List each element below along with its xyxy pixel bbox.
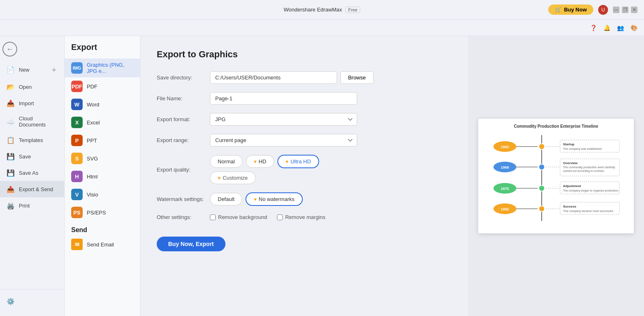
sidebar-item-export[interactable]: 📤 Export & Send [0, 181, 64, 197]
close-button[interactable]: ✕ [631, 7, 637, 13]
export-item-graphics[interactable]: IMG Graphics (PNG, JPG e... [65, 59, 140, 77]
email-icon: ✉ [71, 239, 83, 250]
print-icon: 🖨️ [7, 201, 15, 210]
quality-normal-button[interactable]: Normal [210, 155, 243, 168]
export-form: Export to Graphics Save directory: Brows… [140, 36, 468, 316]
export-item-svg[interactable]: S SVG [65, 149, 140, 167]
svg-text:The company was established.: The company was established. [563, 147, 602, 151]
cloud-icon: ☁️ [7, 117, 15, 126]
sidebar: ← 📄 New ＋ 📂 Open 📥 Import ☁️ Cloud Docum… [0, 36, 65, 316]
user-avatar[interactable]: U [598, 5, 608, 15]
sidebar-item-save[interactable]: 💾 Save [0, 148, 64, 165]
watermark-buttons: Default ♥ No watermarks [210, 192, 374, 206]
svg-text:1982: 1982 [501, 207, 509, 211]
restore-button[interactable]: ❐ [622, 7, 628, 13]
svg-point-12 [539, 164, 545, 170]
topbar-center: Wondershare EdrawMax Free [284, 7, 360, 13]
timeline-preview-svg: Commodity Production Enterprise Timeline… [478, 119, 634, 233]
file-name-input[interactable] [210, 92, 357, 105]
quality-ultrahd-button[interactable]: ♥ Ultra HD [277, 155, 319, 168]
app-title: Wondershare EdrawMax [284, 7, 342, 13]
sidebar-item-cloud[interactable]: ☁️ Cloud Documents [0, 111, 64, 132]
sidebar-item-print[interactable]: 🖨️ Print [0, 197, 64, 214]
watermark-no-button[interactable]: ♥ No watermarks [245, 192, 303, 206]
remove-margins-label[interactable]: Remove margins [277, 214, 325, 220]
export-item-html[interactable]: H Html [65, 167, 140, 185]
settings-icon: ⚙️ [7, 297, 15, 305]
remove-background-label[interactable]: Remove background [210, 214, 267, 220]
visio-icon: V [71, 189, 83, 200]
svg-text:Overview: Overview [563, 161, 578, 165]
svg-text:1962: 1962 [501, 145, 509, 149]
other-settings-control: Remove background Remove margins [210, 214, 374, 220]
help-icon[interactable]: ❓ [590, 25, 597, 31]
community-icon[interactable]: 👥 [617, 25, 624, 31]
export-range-select[interactable]: Current page All pages Selected [210, 134, 357, 147]
export-format-select[interactable]: JPG PNG BMP GIF TIFF SVG [210, 113, 357, 126]
svg-text:1975: 1975 [501, 187, 509, 191]
export-item-pdf[interactable]: PDF PDF [65, 77, 140, 95]
sidebar-item-new[interactable]: 📄 New ＋ [0, 61, 64, 79]
preview-card: Commodity Production Enterprise Timeline… [478, 119, 634, 233]
back-button[interactable]: ← [0, 39, 20, 59]
watermark-default-button[interactable]: Default [210, 193, 242, 205]
pseps-icon: PS [71, 207, 83, 218]
watermark-label: Watermark settings: [157, 196, 210, 202]
file-name-label: File Name: [157, 95, 210, 102]
free-badge: Free [345, 7, 360, 13]
export-format-panel: Export IMG Graphics (PNG, JPG e... PDF P… [65, 36, 140, 316]
watermark-control: Default ♥ No watermarks [210, 192, 374, 206]
open-icon: 📂 [7, 83, 15, 91]
save-directory-input[interactable] [210, 71, 337, 84]
quality-hd-button[interactable]: ♥ HD [246, 155, 274, 168]
new-icon: 📄 [7, 65, 15, 74]
save-icon: 💾 [7, 152, 15, 160]
sidebar-item-import[interactable]: 📥 Import [0, 95, 64, 111]
remove-background-checkbox[interactable] [210, 214, 216, 220]
customize-button[interactable]: ♥ Customize [210, 172, 256, 184]
window-controls: — ❐ ✕ [613, 7, 637, 13]
export-format-row: Export format: JPG PNG BMP GIF TIFF SVG [157, 113, 452, 126]
export-item-pseps[interactable]: PS PS/EPS [65, 203, 140, 221]
browse-button[interactable]: Browse [340, 71, 374, 84]
topbar: Wondershare EdrawMax Free 🛒 Buy Now U — … [0, 0, 644, 20]
minimize-button[interactable]: — [613, 7, 619, 13]
plus-icon: ＋ [50, 65, 58, 74]
other-checkboxes: Remove background Remove margins [210, 214, 374, 220]
svg-icon: S [71, 153, 83, 164]
export-item-excel[interactable]: X Excel [65, 113, 140, 131]
notification-icon[interactable]: 🔔 [603, 25, 610, 31]
export-item-email[interactable]: ✉ Send Email [65, 235, 140, 253]
watermark-crown-icon: ♥ [254, 196, 257, 202]
theme-icon[interactable]: 🎨 [630, 25, 637, 31]
sidebar-item-settings[interactable]: ⚙️ [0, 293, 64, 309]
export-item-word[interactable]: W Word [65, 95, 140, 113]
remove-margins-checkbox[interactable] [277, 214, 283, 220]
sidebar-item-open[interactable]: 📂 Open [0, 79, 64, 95]
templates-icon: 📋 [7, 136, 15, 144]
export-item-ppt[interactable]: P PPT [65, 131, 140, 149]
buy-now-button[interactable]: 🛒 Buy Now [548, 5, 593, 15]
export-range-control: Current page All pages Selected [210, 134, 374, 147]
sidebar-item-templates[interactable]: 📋 Templates [0, 132, 64, 148]
customize-crown-icon: ♥ [218, 175, 221, 181]
export-quality-row: Export quality: Normal ♥ HD ♥ Ultra HD ♥ [157, 155, 452, 184]
svg-text:The company began to organize : The company began to organize production… [563, 189, 619, 192]
excel-icon: X [71, 117, 83, 128]
svg-text:carried out according to contr: carried out according to contract. [563, 169, 605, 173]
export-icon: 📤 [7, 185, 15, 193]
timeline-title: Commodity Production Enterprise Timeline [514, 124, 598, 129]
svg-rect-31 [560, 202, 619, 214]
export-item-visio[interactable]: V Visio [65, 185, 140, 203]
export-button[interactable]: Buy Now, Export [157, 237, 225, 251]
export-range-label: Export range: [157, 137, 210, 143]
save-as-icon: 💾 [7, 169, 15, 177]
export-quality-control: Normal ♥ HD ♥ Ultra HD ♥ Customize [210, 155, 374, 184]
sidebar-item-save-as[interactable]: 💾 Save As [0, 165, 64, 181]
html-icon: H [71, 171, 83, 182]
svg-point-4 [539, 144, 545, 149]
ultrahd-crown-icon: ♥ [286, 159, 288, 165]
svg-text:Startup: Startup [563, 142, 574, 146]
svg-text:This company became most succe: This company became most successful. [563, 210, 614, 213]
save-directory-row: Save directory: Browse [157, 71, 452, 84]
